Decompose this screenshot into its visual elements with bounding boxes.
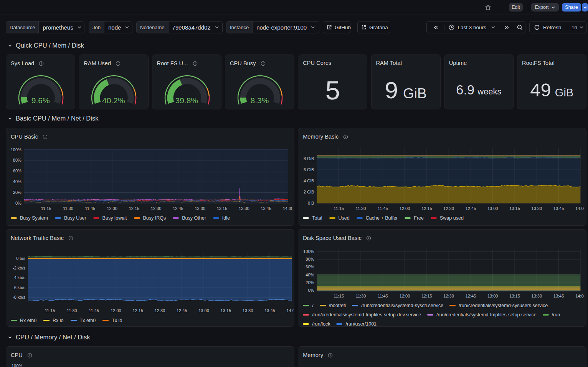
svg-text:11:15: 11:15 bbox=[45, 308, 55, 313]
svg-text:12:00: 12:00 bbox=[400, 206, 410, 211]
svg-text:60%: 60% bbox=[13, 169, 21, 173]
svg-text:11:45: 11:45 bbox=[378, 294, 388, 298]
svg-text:-4 kb/s: -4 kb/s bbox=[13, 275, 26, 280]
svg-text:13:30: 13:30 bbox=[243, 308, 253, 313]
svg-text:-8 kb/s: -8 kb/s bbox=[13, 295, 26, 299]
svg-text:60%: 60% bbox=[306, 265, 314, 269]
svg-text:13:45: 13:45 bbox=[261, 206, 271, 211]
svg-text:80%: 80% bbox=[13, 158, 21, 162]
svg-text:13:15: 13:15 bbox=[509, 206, 520, 211]
svg-text:12:30: 12:30 bbox=[155, 308, 165, 313]
svg-text:11:45: 11:45 bbox=[89, 308, 99, 313]
svg-text:40%: 40% bbox=[13, 179, 21, 184]
svg-text:12:15: 12:15 bbox=[421, 294, 432, 298]
svg-text:12:00: 12:00 bbox=[107, 206, 117, 211]
svg-text:100%: 100% bbox=[303, 249, 314, 254]
svg-text:11:30: 11:30 bbox=[67, 308, 77, 313]
svg-text:14:00: 14:00 bbox=[575, 206, 584, 211]
svg-text:0 B: 0 B bbox=[308, 201, 314, 205]
svg-text:11:15: 11:15 bbox=[334, 294, 344, 298]
svg-text:100%: 100% bbox=[11, 147, 21, 152]
svg-text:12:45: 12:45 bbox=[466, 206, 476, 211]
svg-text:11:15: 11:15 bbox=[334, 206, 344, 211]
svg-text:13:00: 13:00 bbox=[487, 294, 498, 298]
svg-text:13:30: 13:30 bbox=[532, 294, 542, 298]
svg-text:11:30: 11:30 bbox=[63, 206, 73, 211]
svg-text:11:45: 11:45 bbox=[85, 206, 95, 211]
svg-text:14:00: 14:00 bbox=[286, 308, 294, 313]
svg-text:13:15: 13:15 bbox=[509, 294, 520, 298]
svg-text:0 b/s: 0 b/s bbox=[16, 256, 25, 261]
svg-text:11:45: 11:45 bbox=[378, 206, 388, 211]
svg-text:12:00: 12:00 bbox=[111, 308, 121, 313]
svg-text:13:45: 13:45 bbox=[264, 308, 275, 313]
svg-text:13:45: 13:45 bbox=[553, 294, 564, 298]
svg-text:12:00: 12:00 bbox=[400, 294, 410, 298]
svg-text:14:00: 14:00 bbox=[575, 294, 584, 298]
svg-text:20%: 20% bbox=[306, 280, 314, 285]
svg-text:4 GiB: 4 GiB bbox=[304, 179, 314, 183]
svg-text:-6 kb/s: -6 kb/s bbox=[13, 285, 26, 290]
svg-text:14:00: 14:00 bbox=[283, 206, 292, 211]
svg-text:12:15: 12:15 bbox=[421, 206, 432, 211]
svg-text:20%: 20% bbox=[13, 190, 21, 195]
svg-text:13:00: 13:00 bbox=[195, 206, 205, 211]
svg-text:13:15: 13:15 bbox=[217, 206, 228, 211]
svg-text:12:15: 12:15 bbox=[132, 308, 143, 313]
svg-text:6 GiB: 6 GiB bbox=[304, 167, 314, 172]
svg-text:12:45: 12:45 bbox=[173, 206, 183, 211]
svg-text:8 GiB: 8 GiB bbox=[304, 156, 314, 161]
svg-text:11:30: 11:30 bbox=[356, 294, 366, 298]
svg-text:40%: 40% bbox=[306, 273, 314, 277]
svg-text:0%: 0% bbox=[308, 288, 314, 293]
svg-text:13:15: 13:15 bbox=[221, 308, 231, 313]
svg-text:13:30: 13:30 bbox=[239, 206, 249, 211]
svg-text:12:30: 12:30 bbox=[151, 206, 162, 211]
svg-text:12:45: 12:45 bbox=[466, 294, 476, 298]
svg-text:12:45: 12:45 bbox=[177, 308, 187, 313]
svg-text:11:15: 11:15 bbox=[41, 206, 51, 211]
svg-text:12:30: 12:30 bbox=[444, 294, 454, 298]
svg-text:13:30: 13:30 bbox=[532, 206, 542, 211]
svg-text:-2 kb/s: -2 kb/s bbox=[13, 266, 26, 270]
svg-text:80%: 80% bbox=[306, 257, 314, 261]
svg-text:12:30: 12:30 bbox=[444, 206, 454, 211]
svg-text:2 GiB: 2 GiB bbox=[304, 190, 314, 194]
svg-text:13:00: 13:00 bbox=[487, 206, 498, 211]
svg-text:13:00: 13:00 bbox=[198, 308, 209, 313]
svg-text:13:45: 13:45 bbox=[553, 206, 564, 211]
svg-text:0%: 0% bbox=[15, 201, 21, 205]
svg-text:12:15: 12:15 bbox=[129, 206, 140, 211]
svg-text:11:30: 11:30 bbox=[356, 206, 366, 211]
